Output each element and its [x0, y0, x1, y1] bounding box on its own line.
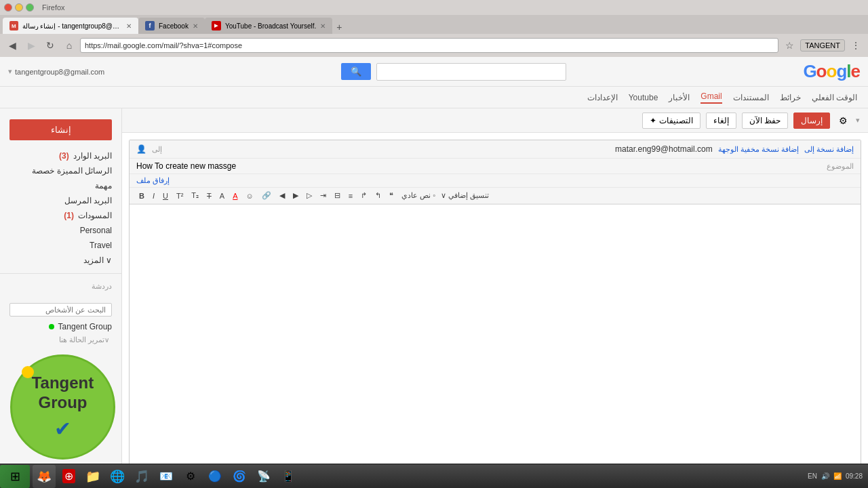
format-ol-btn[interactable]: ≡	[346, 190, 355, 201]
format-extra-btn[interactable]: تنسيق إضافي ∨	[441, 191, 489, 200]
sidebar-item-personal[interactable]: Personal	[0, 223, 121, 238]
format-rtl-btn[interactable]: ↰	[372, 190, 384, 201]
tangent-group-sub[interactable]: تمرير الحالة هنا ∨	[0, 334, 121, 346]
maximize-btn[interactable]	[26, 3, 34, 12]
main-layout: إنشاء (3) البريد الوارد الرسائل المميزة …	[0, 108, 868, 488]
subject-input[interactable]	[136, 161, 821, 171]
format-bg-btn[interactable]: A	[217, 190, 227, 201]
tab-facebook[interactable]: f Facebook ✕	[138, 18, 205, 34]
format-strikethrough-btn[interactable]: T	[204, 190, 214, 201]
tab-gmail-label: إنشاء رسالة - tangentgroup8@gmai...	[22, 22, 122, 30]
start-btn[interactable]: ⊞	[0, 465, 30, 488]
nav-bar: ◀ ▶ ↻ ⌂ https://mail.google.com/mail/?sh…	[0, 34, 868, 57]
format-superscript-btn[interactable]: T²	[174, 190, 186, 201]
format-right-btn[interactable]: ▷	[304, 190, 315, 201]
tab-facebook-close[interactable]: ✕	[193, 22, 198, 30]
expand-icon[interactable]: ▾	[856, 116, 860, 125]
search-input[interactable]	[376, 63, 566, 81]
nav-youtube[interactable]: Youtube	[629, 93, 658, 102]
taskbar-icon-5[interactable]: 🎵	[130, 465, 153, 488]
format-bold-btn[interactable]: B	[136, 190, 147, 201]
attach-link[interactable]: إرفاق ملف	[136, 176, 170, 185]
format-emoji-btn[interactable]: ☺	[243, 190, 256, 201]
save-btn[interactable]: حفظ الآن	[742, 113, 788, 129]
tangent-sub-arrow: ∨	[104, 336, 109, 344]
search-button[interactable]: 🔍	[341, 63, 371, 80]
subject-label: الموضوع	[827, 162, 854, 171]
sidebar-item-inbox[interactable]: (3) البريد الوارد	[0, 148, 121, 163]
format-underline-btn[interactable]: U	[160, 190, 171, 201]
cc-links: إضافة نسخة مخفية الوجهة إضافة نسخة إلى	[718, 145, 854, 154]
bookmark-btn[interactable]: ☆	[781, 37, 797, 54]
compose-body[interactable]	[130, 205, 861, 475]
taskbar-icon-2[interactable]: ⊕	[57, 465, 80, 488]
facebook-favicon: f	[145, 21, 155, 30]
sidebar-item-travel[interactable]: Travel	[0, 238, 121, 253]
format-italic-btn[interactable]: I	[150, 190, 157, 201]
categories-btn[interactable]: ✦ التصنيفات	[642, 113, 700, 129]
title-bar: Firefox	[0, 0, 868, 15]
url-bar[interactable]: https://mail.google.com/mail/?shva=1#com…	[80, 38, 778, 53]
discard-btn[interactable]: إلغاء	[706, 113, 736, 129]
home-btn[interactable]: ⌂	[61, 37, 77, 54]
format-left-btn[interactable]: ◀	[277, 190, 288, 201]
profile-btn[interactable]: TANGENT	[800, 39, 845, 52]
format-ltr-btn[interactable]: ↱	[358, 190, 370, 201]
chat-section: Tangent Group تمرير الحالة هنا ∨	[0, 300, 121, 346]
sidebar-item-drafts[interactable]: (1) المسودات	[0, 208, 121, 223]
tab-youtube-label: YouTube - Broadcast Yourself.	[225, 22, 316, 30]
nav-news[interactable]: الأخبار	[669, 93, 690, 102]
format-color-btn[interactable]: A	[230, 190, 240, 201]
format-link-btn[interactable]: 🔗	[259, 190, 274, 201]
format-subscript-btn[interactable]: T₂	[189, 190, 201, 201]
taskbar-ie[interactable]: 🌐	[106, 465, 129, 488]
volume-icon[interactable]: 🔊	[821, 472, 829, 480]
inbox-count: (3)	[59, 151, 69, 161]
bcc-link[interactable]: إضافة نسخة مخفية الوجهة	[718, 145, 799, 154]
taskbar-firefox[interactable]: 🦊	[33, 465, 56, 488]
taskbar-icon-11[interactable]: 📱	[277, 465, 300, 488]
gear-icon[interactable]: ⚙	[835, 113, 850, 128]
close-btn[interactable]	[4, 3, 12, 12]
new-tab-btn[interactable]: +	[332, 20, 346, 34]
compose-button[interactable]: إنشاء	[9, 119, 112, 140]
tab-gmail-close[interactable]: ✕	[126, 22, 132, 30]
tab-youtube[interactable]: ▶ YouTube - Broadcast Yourself. ✕	[205, 18, 332, 34]
taskbar-icon-9[interactable]: 🌀	[228, 465, 251, 488]
taskbar-icon-3[interactable]: 📁	[81, 465, 104, 488]
nav-docs[interactable]: المستندات	[733, 93, 769, 102]
person-icon[interactable]: 👤	[136, 144, 146, 154]
network-icon[interactable]: 📶	[833, 472, 842, 480]
tangent-group-item[interactable]: Tangent Group	[0, 319, 121, 334]
sidebar-item-starred[interactable]: الرسائل المميزة خصصة	[0, 163, 121, 178]
lang-indicator[interactable]: EN	[808, 472, 817, 480]
sidebar-item-important[interactable]: مهمة	[0, 178, 121, 193]
taskbar-icon-8[interactable]: 🔵	[203, 465, 226, 488]
taskbar-icon-10[interactable]: 📡	[252, 465, 275, 488]
tab-gmail[interactable]: M إنشاء رسالة - tangentgroup8@gmai... ✕	[3, 18, 138, 34]
chat-search-input[interactable]	[9, 303, 112, 317]
taskbar-icon-6[interactable]: 📧	[155, 465, 178, 488]
personal-label: Personal	[80, 226, 112, 235]
refresh-btn[interactable]: ↻	[42, 37, 58, 54]
nav-settings[interactable]: الإعدادات	[587, 93, 618, 102]
back-btn[interactable]: ◀	[4, 37, 20, 54]
format-center-btn[interactable]: ▶	[290, 190, 301, 201]
send-btn[interactable]: إرسال	[793, 113, 830, 129]
sidebar-item-more[interactable]: المزيد ∨	[0, 253, 121, 268]
nav-realtime[interactable]: الوقت الفعلي	[812, 93, 857, 102]
sidebar-item-sent[interactable]: البريد المرسل	[0, 193, 121, 208]
nav-gmail[interactable]: Gmail	[701, 92, 722, 104]
format-quote-btn[interactable]: ❝	[387, 190, 396, 201]
menu-btn[interactable]: ⋮	[848, 37, 864, 54]
minimize-btn[interactable]	[15, 3, 23, 12]
cc-link[interactable]: إضافة نسخة إلى	[804, 145, 854, 154]
format-plain-btn[interactable]: ◦ نص عادي	[399, 190, 438, 201]
forward-btn[interactable]: ▶	[23, 37, 39, 54]
format-indent-btn[interactable]: ⇥	[317, 190, 329, 201]
format-ul-btn[interactable]: ⊟	[332, 190, 343, 201]
tab-youtube-close[interactable]: ✕	[320, 22, 326, 30]
tangent-yellow-dot	[22, 366, 34, 378]
nav-maps[interactable]: خرائط	[780, 93, 801, 102]
taskbar-icon-7[interactable]: ⚙	[179, 465, 202, 488]
